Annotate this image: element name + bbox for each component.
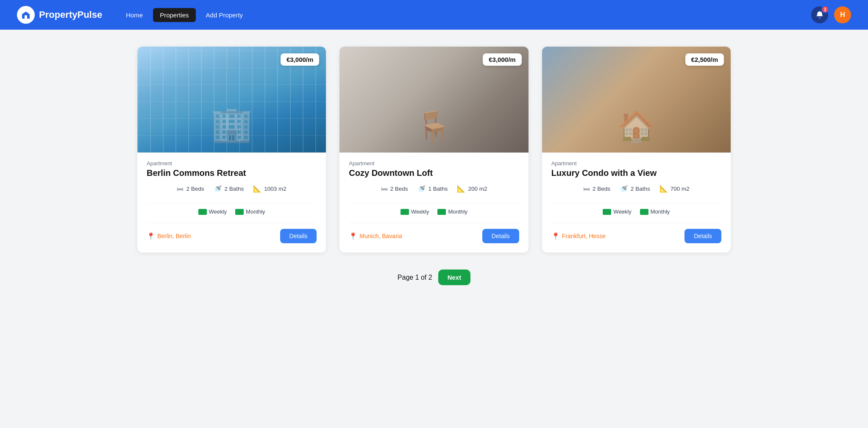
properties-grid: €3,000/m Apartment Berlin Commons Retrea… (137, 47, 731, 253)
baths-spec-3: 🚿 2 Baths (620, 185, 650, 193)
rates-row-2: Weekly Monthly (349, 208, 519, 215)
svg-rect-0 (25, 15, 27, 19)
bed-icon-2: 🛏 (381, 185, 388, 193)
page-text: Page 1 of 2 (398, 274, 432, 281)
price-badge-3: €2,500/m (685, 53, 724, 66)
baths-spec-1: 🚿 2 Baths (214, 185, 244, 193)
monthly-label-2: Monthly (448, 208, 467, 215)
navbar: PropertyPulse Home Properties Add Proper… (0, 0, 868, 30)
location-pin-3: 📍 (551, 232, 560, 240)
specs-divider-2 (349, 203, 519, 203)
details-button-3[interactable]: Details (684, 229, 721, 243)
location-text-3: Frankfurt, Hesse (562, 233, 606, 239)
bath-icon-1: 🚿 (214, 185, 222, 193)
card-footer-2: 📍 Munich, Bavaria Details (349, 222, 519, 243)
bath-icon-2: 🚿 (417, 185, 426, 193)
price-badge-2: €3,000/m (483, 53, 521, 66)
weekly-rate-3: Weekly (603, 208, 631, 215)
bed-icon-3: 🛏 (583, 185, 590, 193)
area-icon-2: 📐 (457, 185, 465, 193)
notification-button[interactable]: 2 (811, 6, 828, 23)
nav-links: Home Properties Add Property (119, 8, 811, 22)
monthly-icon-3 (640, 209, 648, 215)
property-card-1: €3,000/m Apartment Berlin Commons Retrea… (137, 47, 326, 253)
rates-row-3: Weekly Monthly (551, 208, 721, 215)
beds-label-2: 2 Beds (390, 186, 408, 192)
property-name-2: Cozy Downtown Loft (349, 168, 519, 178)
card-body-3: Apartment Luxury Condo with a View 🛏 2 B… (542, 153, 731, 253)
nav-properties[interactable]: Properties (153, 8, 195, 22)
area-label-3: 700 m2 (670, 186, 690, 192)
weekly-rate-2: Weekly (401, 208, 429, 215)
monthly-rate-1: Monthly (235, 208, 265, 215)
beds-spec-3: 🛏 2 Beds (583, 185, 610, 193)
specs-divider-3 (551, 203, 721, 203)
beds-spec-2: 🛏 2 Beds (381, 185, 408, 193)
specs-divider-1 (147, 203, 317, 203)
property-card-3: €2,500/m Apartment Luxury Condo with a V… (542, 47, 731, 253)
location-text-1: Berlin, Berlin (157, 233, 191, 239)
main-content: €3,000/m Apartment Berlin Commons Retrea… (0, 30, 868, 319)
details-button-1[interactable]: Details (280, 229, 317, 243)
area-icon-3: 📐 (659, 185, 668, 193)
weekly-icon-2 (401, 209, 409, 215)
card-footer-3: 📍 Frankfurt, Hesse Details (551, 222, 721, 243)
area-label-2: 200 m2 (468, 186, 487, 192)
property-type-2: Apartment (349, 160, 519, 167)
nav-home[interactable]: Home (119, 8, 150, 22)
monthly-rate-3: Monthly (640, 208, 670, 215)
card-body-1: Apartment Berlin Commons Retreat 🛏 2 Bed… (137, 153, 326, 253)
monthly-rate-2: Monthly (437, 208, 467, 215)
user-avatar[interactable]: H (834, 6, 851, 23)
card-image-wrapper-2: €3,000/m (339, 47, 528, 153)
weekly-icon-1 (198, 209, 207, 215)
location-pin-1: 📍 (147, 232, 155, 240)
beds-label-1: 2 Beds (186, 186, 204, 192)
area-label-1: 1003 m2 (264, 186, 287, 192)
weekly-icon-3 (603, 209, 611, 215)
bed-icon-1: 🛏 (177, 185, 184, 193)
baths-spec-2: 🚿 1 Baths (417, 185, 448, 193)
price-badge-1: €3,000/m (281, 53, 319, 66)
location-pin-2: 📍 (349, 232, 357, 240)
monthly-label-1: Monthly (246, 208, 265, 215)
property-card-2: €3,000/m Apartment Cozy Downtown Loft 🛏 … (339, 47, 528, 253)
property-specs-1: 🛏 2 Beds 🚿 2 Baths 📐 1003 m2 (147, 185, 317, 198)
notification-badge: 2 (821, 6, 829, 13)
monthly-icon-1 (235, 209, 244, 215)
brand-name: PropertyPulse (39, 9, 102, 20)
pagination: Page 1 of 2 Next (25, 270, 843, 302)
baths-label-2: 1 Baths (428, 186, 448, 192)
property-name-3: Luxury Condo with a View (551, 168, 721, 178)
weekly-rate-1: Weekly (198, 208, 227, 215)
details-button-2[interactable]: Details (482, 229, 519, 243)
property-specs-2: 🛏 2 Beds 🚿 1 Baths 📐 200 m2 (349, 185, 519, 198)
weekly-label-2: Weekly (411, 208, 429, 215)
property-type-1: Apartment (147, 160, 317, 167)
brand-logo[interactable]: PropertyPulse (17, 6, 102, 24)
nav-add-property[interactable]: Add Property (199, 8, 250, 22)
nav-right: 2 H (811, 6, 851, 23)
next-button[interactable]: Next (438, 270, 471, 285)
bath-icon-3: 🚿 (620, 185, 628, 193)
location-1: 📍 Berlin, Berlin (147, 232, 191, 240)
beds-spec-1: 🛏 2 Beds (177, 185, 204, 193)
location-text-2: Munich, Bavaria (359, 233, 402, 239)
rates-row-1: Weekly Monthly (147, 208, 317, 215)
property-name-1: Berlin Commons Retreat (147, 168, 317, 178)
brand-icon (17, 6, 35, 24)
beds-label-3: 2 Beds (593, 186, 610, 192)
card-body-2: Apartment Cozy Downtown Loft 🛏 2 Beds 🚿 … (339, 153, 528, 253)
card-image-wrapper-3: €2,500/m (542, 47, 731, 153)
weekly-label-1: Weekly (209, 208, 227, 215)
property-type-3: Apartment (551, 160, 721, 167)
baths-label-1: 2 Baths (225, 186, 244, 192)
weekly-label-3: Weekly (613, 208, 631, 215)
area-spec-1: 📐 1003 m2 (253, 185, 287, 193)
card-image-wrapper-1: €3,000/m (137, 47, 326, 153)
area-spec-2: 📐 200 m2 (457, 185, 487, 193)
area-icon-1: 📐 (253, 185, 262, 193)
monthly-label-3: Monthly (651, 208, 670, 215)
baths-label-3: 2 Baths (631, 186, 650, 192)
location-3: 📍 Frankfurt, Hesse (551, 232, 606, 240)
